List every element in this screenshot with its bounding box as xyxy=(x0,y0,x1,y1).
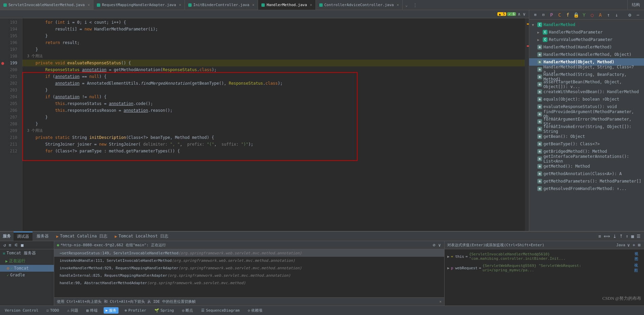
struct-expand-rvmparameter[interactable]: ▶ xyxy=(537,38,541,42)
struct-btn-a[interactable]: A xyxy=(597,12,604,18)
struct-btn-2[interactable]: ⊟ xyxy=(540,12,547,18)
frame-item-1[interactable]: invokeAndHandle:111, ServletInvocableHan… xyxy=(54,257,444,264)
thread-filter-icon[interactable]: ⊘ xyxy=(432,243,436,248)
tab-close-requestmapping[interactable]: × xyxy=(179,3,181,7)
struct-expand-hmparameter[interactable]: ▶ xyxy=(537,30,541,34)
tab-overflow[interactable]: ⌄ xyxy=(403,3,410,7)
frame-item-2[interactable]: invokeHandlerMethod:929, RequestMappingH… xyxy=(54,264,444,272)
tab-servletinvocable[interactable]: ServletInvocableHandlerMethod.java × xyxy=(0,0,93,10)
watch-add[interactable]: + xyxy=(632,243,636,248)
status-problems[interactable]: ⚠ 问题 xyxy=(65,307,80,314)
toolbar-icon-cols[interactable]: ≡ xyxy=(8,243,12,248)
tab-menu[interactable]: ⋮ xyxy=(410,3,420,7)
struct-btn-p[interactable]: P xyxy=(548,12,555,18)
bottom-icon-table[interactable]: ▦ xyxy=(630,234,635,239)
struct-item-getrf[interactable]: m getResolvedFromHandlerMethod: ↑... xyxy=(529,185,644,192)
service-item-gradle[interactable]: ✓ Gradle xyxy=(0,272,54,278)
bottom-icon-dr[interactable]: ⤒ xyxy=(619,234,624,239)
status-service[interactable]: ▶ 服务 xyxy=(104,307,119,314)
struct-item-getbean[interactable]: m getBean(): Object xyxy=(529,133,644,140)
status-sequence[interactable]: ☰ SequenceDiagram xyxy=(199,308,241,313)
hint-close[interactable]: × xyxy=(439,299,442,304)
nav-down[interactable]: ∨ xyxy=(522,12,526,17)
frame-item-4[interactable]: handle:90, AbstractHandlerMethodAdapter … xyxy=(54,279,444,287)
struct-btn-c[interactable]: C xyxy=(556,12,563,18)
tab-handlermethod[interactable]: HandlerMethod.java × xyxy=(258,0,316,10)
nav-up[interactable]: ∧ xyxy=(517,12,521,17)
watch-item-webrequest[interactable]: ▶ p webRequest = {ServletWebRequest@5569… xyxy=(447,262,641,274)
struct-item-equals[interactable]: m equals(Object): boolean ↑Object xyxy=(529,96,644,103)
struct-item-getbeantype[interactable]: m getBeanType(): Class<?> xyxy=(529,140,644,148)
frame-list[interactable]: → setResponseStatus:149, ServletInvocabl… xyxy=(54,249,444,297)
status-version-control[interactable]: Version Control xyxy=(3,308,40,313)
bottom-icon-list[interactable]: ☰ xyxy=(636,234,641,239)
struct-btn-o[interactable]: ○ xyxy=(589,12,596,18)
service-item-tomcat-server[interactable]: ≡ Tomcat 服务器 xyxy=(0,249,54,257)
struct-item-hm2[interactable]: m HandlerMethod(HandlerMethod, Object) xyxy=(529,51,644,58)
tab-close-servletinvocable[interactable]: × xyxy=(88,3,90,7)
bottom-icon-dl[interactable]: ⤓ xyxy=(612,234,617,239)
watch-view-webrequest[interactable]: 视图 xyxy=(634,263,641,273)
struct-btn-y[interactable]: Y xyxy=(581,12,587,18)
tab-controlleradvice[interactable]: ControllerAdviceController.java × xyxy=(316,0,403,10)
struct-btn-lock[interactable]: 🔒 xyxy=(573,12,579,18)
toolbar-icon-reload[interactable]: ↺ xyxy=(3,243,7,248)
struct-item-hm1[interactable]: m HandlerMethod(HandlerMethod) xyxy=(529,43,644,51)
struct-btn-arrow-down[interactable]: ↓ xyxy=(613,12,620,18)
bottom-icon-up[interactable]: ⟺ xyxy=(603,234,611,239)
struct-item-fie[interactable]: m formatInvokeError(String, Object[]): S… xyxy=(529,125,644,133)
struct-item-getmethod[interactable]: m getMethod(): Method xyxy=(529,163,644,170)
frame-item-3[interactable]: handleInternal:825, RequestMappingHandle… xyxy=(54,272,444,279)
watch-expand-this[interactable]: ▶ xyxy=(447,254,450,259)
struct-item-hmparameter[interactable]: ▶ C HandlerMethodParameter xyxy=(529,28,644,36)
status-terminal[interactable]: ▧ 终端 xyxy=(84,307,100,314)
tab-close-handlermethod[interactable]: × xyxy=(310,3,312,7)
tab-requestmapping[interactable]: RequestMappingHandlerAdapter.java × xyxy=(93,0,185,10)
tab-close-controlleradvice[interactable]: × xyxy=(397,3,399,7)
watch-lang-dropdown[interactable]: ∨ xyxy=(627,243,631,248)
status-todo-label: TODO xyxy=(50,308,59,313)
struct-btn-1[interactable]: ⊞ xyxy=(532,12,539,18)
tab-tomcat-localhost[interactable]: ▶ Tomcat Localhost 日志 xyxy=(111,232,172,241)
struct-item-rvmparameter[interactable]: ▶ C ReturnValueMethodParameter xyxy=(529,36,644,43)
warning-count[interactable]: ▲ 5 xyxy=(497,12,506,16)
toolbar-icon-split[interactable]: ⚟ xyxy=(14,243,19,248)
watch-view-this[interactable]: 视图 xyxy=(635,251,641,261)
status-deps[interactable]: ◇ 依赖项 xyxy=(246,307,265,314)
struct-item-cwrb[interactable]: m createWithResolvedBean(): HandlerMetho… xyxy=(529,88,644,96)
frame-item-0[interactable]: → setResponseStatus:149, ServletInvocabl… xyxy=(54,249,444,257)
struct-badge-m-gipa: m xyxy=(537,156,542,161)
bottom-icon-filter[interactable]: ≡ xyxy=(598,234,602,239)
tab-server[interactable]: 服务器 xyxy=(33,232,52,241)
tomcat-icon: ⚙ xyxy=(7,266,9,271)
struct-item-gipa[interactable]: m getInterfaceParameterAnnotations(): Li… xyxy=(529,155,644,163)
struct-btn-gear[interactable]: ⚙ xyxy=(626,12,633,18)
tab-tomcat-catalina[interactable]: ▶ Tomcat Catalina 日志 xyxy=(53,232,111,241)
struct-btn-minus[interactable]: − xyxy=(635,12,641,18)
watch-item-this[interactable]: ▶ = this = {ServletInvocableHandlerMetho… xyxy=(447,251,641,262)
status-spring[interactable]: 🌱 Spring xyxy=(152,308,176,313)
tab-initbinder[interactable]: InitBinderController.java × xyxy=(185,0,258,10)
struct-item-atb[interactable]: m assertTargetBean(Method, Object, Objec… xyxy=(529,81,644,88)
struct-item-getmp[interactable]: m getMethodParameters(): MethodParameter… xyxy=(529,177,644,185)
tab-close-initbinder[interactable]: × xyxy=(252,3,254,7)
thread-down-icon[interactable]: ∨ xyxy=(437,243,442,248)
tab-debugger[interactable]: 调试器 xyxy=(14,232,33,241)
service-item-running[interactable]: ▶ 正在运行 xyxy=(0,257,54,265)
struct-btn-f[interactable]: f xyxy=(564,12,571,18)
status-breakpoints[interactable]: ◎ 断点 xyxy=(180,307,195,314)
struct-item-handlermethod[interactable]: ▼ C HandlerMethod xyxy=(529,21,644,28)
toolbar-icon-stop[interactable]: ■ xyxy=(20,243,24,248)
status-todo[interactable]: ☑ TODO xyxy=(44,308,61,313)
watch-expand-webrequest[interactable]: ▶ xyxy=(447,266,450,270)
gutter-194 xyxy=(1,26,5,33)
watch-panel-menu[interactable]: ⊞ xyxy=(637,243,641,248)
code-lines[interactable]: for (int i = 0; i < count; i++) { result… xyxy=(22,18,525,231)
struct-btn-arrow-up[interactable]: ↑ xyxy=(605,12,612,18)
status-profiler[interactable]: ⊕ Profiler xyxy=(123,308,148,313)
struct-expand-handlermethod[interactable]: ▼ xyxy=(532,23,536,27)
service-item-tomcat[interactable]: ⚙ ✓ Tomcat xyxy=(0,265,54,272)
bottom-icon-step[interactable]: ↑ xyxy=(625,234,629,239)
ok-count[interactable]: ✓ 6 xyxy=(507,12,516,16)
struct-item-getma[interactable]: m getMethodAnnotation(Class<A>): A xyxy=(529,170,644,177)
